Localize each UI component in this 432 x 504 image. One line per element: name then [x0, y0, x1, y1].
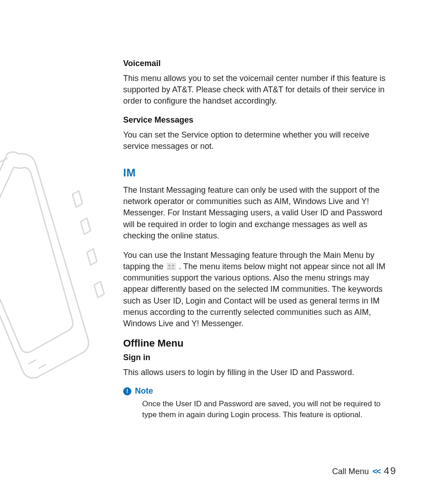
sign-in-heading: Sign in [123, 353, 390, 362]
note-icon: ! [123, 387, 131, 395]
footer-chevrons-icon: << [372, 467, 380, 476]
voicemail-heading: Voicemail [123, 59, 390, 68]
page-footer: Call Menu << 49 [332, 465, 397, 477]
note-body: Once the User ID and Password are saved,… [142, 399, 387, 420]
offline-menu-heading: Offline Menu [123, 338, 390, 349]
service-messages-body: You can set the Service option to determ… [123, 129, 390, 152]
svg-rect-0 [167, 263, 176, 270]
im-para2-post: . The menu items below might not appear … [123, 262, 385, 328]
manual-page: Voicemail This menu allows you to set th… [0, 0, 432, 504]
im-paragraph-1: The Instant Messaging feature can only b… [123, 185, 390, 242]
sign-in-body: This allows users to login by filling in… [123, 367, 390, 378]
im-paragraph-2: You can use the Instant Messaging featur… [123, 250, 390, 329]
svg-point-2 [172, 265, 174, 266]
page-content: Voicemail This menu allows you to set th… [123, 59, 390, 420]
note-row: ! Note [123, 386, 390, 396]
footer-page-number: 49 [384, 465, 397, 477]
phone-outline-illustration [0, 140, 118, 394]
service-messages-heading: Service Messages [123, 115, 390, 125]
note-label: Note [135, 386, 153, 396]
im-heading: IM [123, 166, 390, 179]
svg-point-1 [168, 265, 170, 266]
voicemail-body: This menu allows you to set the voicemai… [123, 73, 390, 107]
im-app-icon [167, 262, 176, 269]
footer-section-name: Call Menu [332, 467, 369, 476]
